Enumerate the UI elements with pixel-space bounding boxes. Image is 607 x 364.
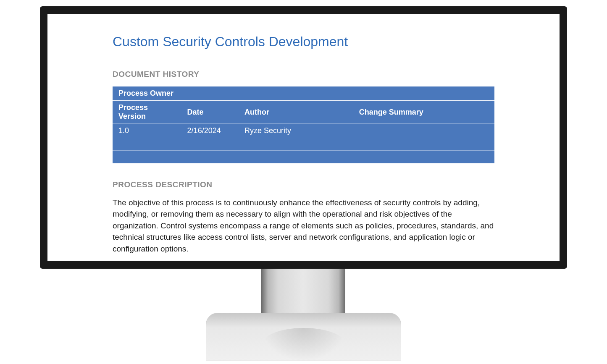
table-owner-row: Process Owner bbox=[113, 86, 494, 101]
document-title: Custom Security Controls Development bbox=[113, 34, 494, 50]
col-header-date: Date bbox=[181, 101, 239, 124]
description-paragraph: The objective of this process is to cont… bbox=[113, 197, 494, 255]
table-row bbox=[113, 151, 494, 163]
cell-summary bbox=[353, 124, 494, 138]
section-heading-description: PROCESS DESCRIPTION bbox=[113, 180, 494, 189]
col-header-version: Process Version bbox=[113, 101, 181, 124]
cell-author: Ryze Security bbox=[239, 124, 353, 138]
table-header-row: Process Version Date Author Change Summa… bbox=[113, 101, 494, 124]
table-row bbox=[113, 138, 494, 151]
cell-version: 1.0 bbox=[113, 124, 181, 138]
process-owner-label: Process Owner bbox=[113, 86, 494, 101]
document-history-table: Process Owner Process Version Date Autho… bbox=[113, 86, 494, 163]
monitor-stand-base bbox=[206, 313, 401, 361]
section-heading-history: DOCUMENT HISTORY bbox=[113, 70, 494, 79]
monitor-stand-shadow bbox=[262, 328, 346, 361]
document-page: Custom Security Controls Development DOC… bbox=[47, 14, 560, 261]
monitor-screen: Custom Security Controls Development DOC… bbox=[47, 14, 560, 261]
col-header-summary: Change Summary bbox=[353, 101, 494, 124]
col-header-author: Author bbox=[239, 101, 353, 124]
monitor-frame: Custom Security Controls Development DOC… bbox=[40, 6, 567, 269]
cell-date: 2/16/2024 bbox=[181, 124, 239, 138]
table-row: 1.0 2/16/2024 Ryze Security bbox=[113, 124, 494, 138]
